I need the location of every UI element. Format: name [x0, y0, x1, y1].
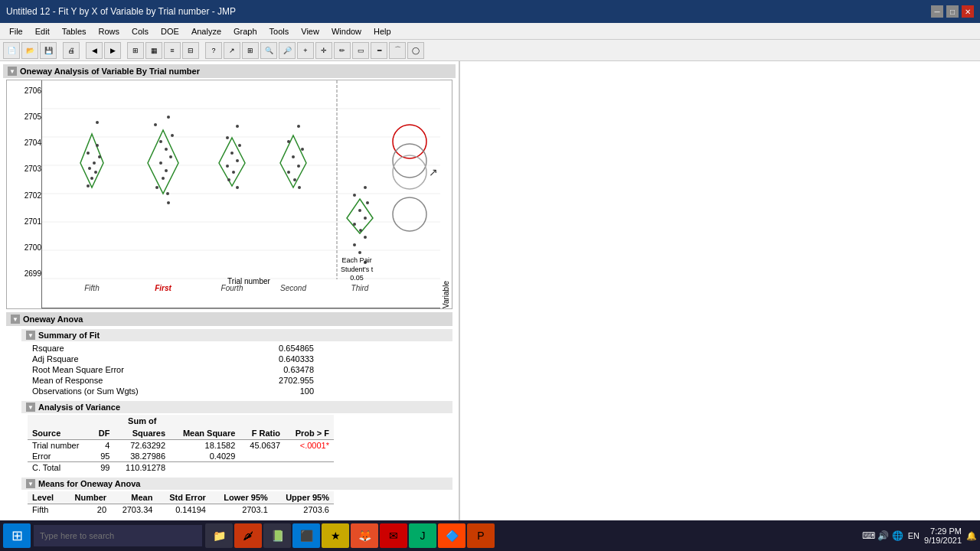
toolbar-pencil[interactable]: ✏ — [334, 42, 351, 59]
oneway-anova-collapse[interactable]: ▼ — [11, 315, 20, 324]
summary-of-fit-label: Summary of Fit — [38, 331, 100, 340]
svg-point-57 — [353, 223, 356, 226]
menu-help[interactable]: Help — [368, 25, 397, 37]
svg-point-27 — [165, 169, 168, 172]
fifth-number: 20 — [64, 504, 111, 516]
svg-text:↗: ↗ — [429, 166, 438, 178]
taskbar-app5[interactable]: ✉ — [380, 523, 407, 548]
svg-text:Second: Second — [280, 284, 306, 292]
close-button[interactable]: ✕ — [962, 5, 974, 18]
summary-of-fit-header: ▼ Summary of Fit — [21, 329, 452, 341]
menu-cols[interactable]: Cols — [126, 25, 155, 37]
taskbar-app3[interactable]: ★ — [322, 523, 349, 548]
taskbar-apps: 📁 🌶 📗 ⬛ ★ 🦊 ✉ J 🔷 P — [205, 523, 859, 548]
anova-row-trial: Trial number 4 72.63292 18.1582 45.0637 … — [28, 440, 334, 452]
rmse-value: 0.63478 — [238, 364, 318, 375]
menu-analyze[interactable]: Analyze — [185, 25, 227, 37]
taskbar-app1[interactable]: 🌶 — [234, 523, 262, 548]
menu-doe[interactable]: DOE — [155, 25, 185, 37]
svg-point-66 — [393, 197, 426, 231]
toolbar-zoom-out[interactable]: 🔎 — [279, 42, 296, 59]
taskbar-jmp[interactable]: J — [409, 523, 436, 548]
svg-point-11 — [87, 152, 90, 155]
svg-point-35 — [238, 144, 241, 147]
menu-bar: File Edit Tables Rows Cols DOE Analyze G… — [0, 23, 980, 40]
oneway-section-header: ▼ Oneway Analysis of Variable By Trial n… — [3, 64, 456, 78]
toolbar-open[interactable]: 📂 — [21, 42, 38, 59]
summary-of-fit-section: ▼ Summary of Fit Rsquare 0.654865 Adj Rs… — [15, 329, 452, 396]
menu-tools[interactable]: Tools — [263, 25, 296, 37]
svg-point-16 — [90, 177, 93, 180]
y-tick-2702: 2702 — [7, 191, 41, 200]
summary-collapse[interactable]: ▼ — [26, 331, 35, 340]
taskbar-app6[interactable]: 🔷 — [438, 523, 466, 548]
toolbar-btn2[interactable]: ▦ — [145, 42, 162, 59]
anova-section: ▼ Analysis of Variance Sum of — [15, 401, 452, 473]
maximize-button[interactable]: □ — [946, 5, 959, 18]
menu-file[interactable]: File — [3, 25, 29, 37]
svg-point-59 — [364, 236, 367, 239]
adj-rsquare-label: Adj Rsquare — [28, 354, 238, 364]
trial-sumsq: 72.63292 — [114, 440, 170, 452]
error-prob — [285, 451, 334, 462]
means-collapse[interactable]: ▼ — [26, 479, 35, 488]
taskbar-search[interactable] — [34, 525, 202, 546]
toolbar-btn4[interactable]: ⊟ — [182, 42, 199, 59]
toolbar-back[interactable]: ◀ — [86, 42, 103, 59]
menu-tables[interactable]: Tables — [56, 25, 93, 37]
svg-point-21 — [154, 123, 157, 126]
means-th-upper: Upper 95% — [273, 491, 334, 504]
anova-collapse[interactable]: ▼ — [26, 403, 35, 412]
svg-point-63 — [393, 125, 426, 158]
oneway-anova-label: Oneway Anova — [23, 315, 83, 324]
taskbar-app2[interactable]: 📗 — [263, 523, 291, 548]
y-tick-2705: 2705 — [7, 112, 41, 121]
toolbar-new[interactable]: 📄 — [3, 42, 20, 59]
taskbar-app4[interactable]: 🦊 — [351, 523, 378, 548]
taskbar-powerpoint[interactable]: P — [467, 523, 495, 548]
oneway-collapse-btn[interactable]: ▼ — [8, 67, 17, 76]
table-row: Observations (or Sum Wgts) 100 — [28, 386, 318, 396]
menu-window[interactable]: Window — [325, 25, 368, 37]
taskbar-notification[interactable]: 🔔 — [966, 531, 977, 541]
svg-point-17 — [96, 121, 99, 124]
toolbar-zoom-fit[interactable]: ⊞ — [242, 42, 259, 59]
toolbar-ruler[interactable]: ━ — [371, 42, 387, 59]
menu-graph[interactable]: Graph — [227, 25, 263, 37]
taskbar-file-explorer[interactable]: 📁 — [205, 523, 233, 548]
svg-marker-51 — [347, 199, 373, 233]
svg-point-56 — [364, 217, 367, 220]
ctotal-df: 99 — [91, 462, 114, 474]
toolbar-btn1[interactable]: ⊞ — [127, 42, 144, 59]
menu-edit[interactable]: Edit — [29, 25, 56, 37]
toolbar-crosshair[interactable]: ✛ — [315, 42, 332, 59]
toolbar-print[interactable]: 🖨 — [63, 42, 80, 59]
toolbar-curve[interactable]: ⌒ — [389, 42, 406, 59]
svg-point-28 — [162, 177, 165, 180]
svg-point-46 — [292, 155, 295, 158]
anova-th-source: Source — [28, 427, 91, 440]
svg-point-10 — [96, 144, 99, 147]
toolbar-help[interactable]: ? — [205, 42, 222, 59]
start-button[interactable]: ⊞ — [3, 523, 31, 548]
fifth-mean: 2703.34 — [111, 504, 157, 516]
toolbar-arrow[interactable]: ↗ — [224, 42, 240, 59]
toolbar-plus[interactable]: + — [297, 42, 314, 59]
menu-rows[interactable]: Rows — [93, 25, 126, 37]
toolbar-btn3[interactable]: ≡ — [164, 42, 181, 59]
minimize-button[interactable]: ─ — [931, 5, 943, 18]
toolbar-select[interactable]: ▭ — [352, 42, 369, 59]
means-th-number: Number — [64, 491, 111, 504]
ctotal-meansq — [170, 462, 240, 474]
anova-th-prob-empty — [285, 415, 334, 427]
taskbar-vscode[interactable]: ⬛ — [292, 523, 320, 548]
svg-point-40 — [227, 178, 230, 181]
toolbar-brush[interactable]: ◯ — [407, 42, 424, 59]
menu-view[interactable]: View — [295, 25, 325, 37]
svg-point-38 — [226, 165, 229, 168]
toolbar-zoom-in[interactable]: 🔍 — [260, 42, 277, 59]
toolbar-save[interactable]: 💾 — [40, 42, 57, 59]
anova-header: ▼ Analysis of Variance — [21, 401, 452, 413]
svg-point-34 — [226, 136, 229, 139]
toolbar-forward[interactable]: ▶ — [104, 42, 121, 59]
